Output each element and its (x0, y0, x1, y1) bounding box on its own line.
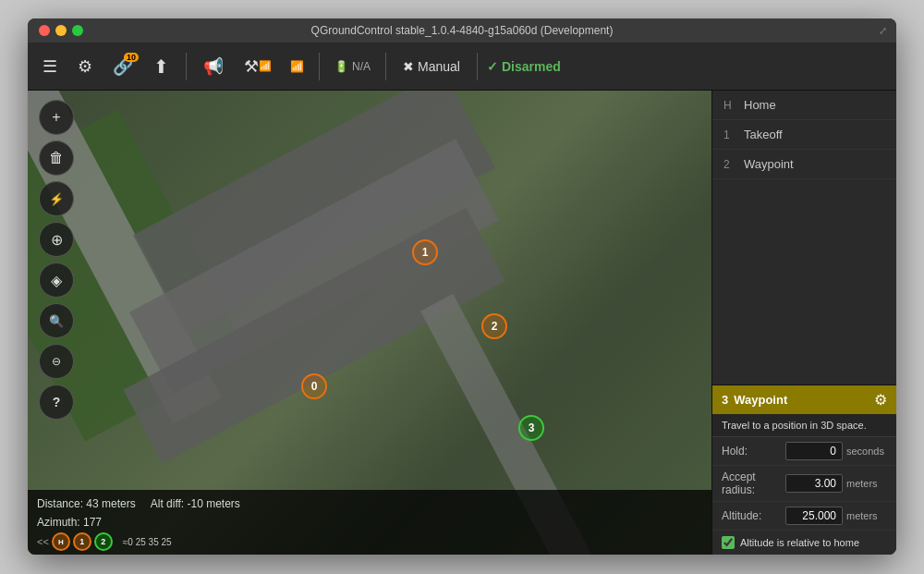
expand-icon[interactable]: ⤢ (879, 25, 887, 37)
waypoint-3[interactable]: 3 (518, 415, 544, 441)
center-button[interactable]: ⊕ (39, 222, 74, 257)
altitude-unit: meters (846, 510, 887, 521)
send-icon: ⬆ (153, 55, 169, 78)
nav-back-button[interactable]: << (37, 536, 49, 547)
tools-icon: ⚒ (244, 56, 259, 77)
zoom-in-2-button[interactable]: 🔍 (39, 303, 74, 338)
megaphone-button[interactable]: 📢 (196, 51, 231, 82)
right-panel: H Home 1 Takeoff 2 Waypoint 3 Waypoint (711, 91, 896, 555)
maximize-button[interactable] (72, 25, 83, 36)
mission-item-home[interactable]: H Home (712, 91, 896, 120)
mission-list: H Home 1 Takeoff 2 Waypoint (712, 91, 896, 385)
settings-button[interactable]: ⚙ (70, 51, 100, 82)
flight-mode[interactable]: ✖ Manual (395, 59, 468, 74)
waypoint-2[interactable]: 2 (481, 313, 507, 339)
altitude-relative-label: Altitude is relative to home (740, 537, 859, 548)
wp-title-row: 3 Waypoint (722, 393, 787, 407)
home-item-label: Home (744, 98, 776, 112)
signal-icon: 📶 (290, 60, 304, 73)
accept-radius-unit: meters (846, 478, 887, 489)
waypoint-2-label: 2 (492, 320, 498, 333)
divider-1 (186, 53, 187, 80)
waypoint-1[interactable]: 1 (412, 239, 438, 265)
item-1-num: 1 (723, 128, 736, 141)
altitude-relative-row: Altitude is relative to home (712, 531, 896, 555)
delete-button[interactable]: 🗑 (39, 140, 74, 176)
scale-bar: ≈0 25 35 25 (123, 537, 172, 547)
divider-4 (477, 53, 478, 80)
wp-gear-icon[interactable]: ⚙ (874, 391, 887, 409)
send-button[interactable]: ⬆ (146, 50, 176, 83)
accept-radius-field: Accept radius: meters (712, 466, 896, 502)
toolbar: ☰ ⚙ 🔗 10 ⬆ 📢 ⚒ 📶 📶 🔋 N/A ✖ M (28, 43, 896, 91)
megaphone-icon: 📢 (203, 56, 224, 77)
map-area[interactable]: 0 1 2 3 + 🗑 ⚡ ⊕ ◈ 🔍 ⊖ ? (28, 91, 711, 555)
armed-check-icon: ✓ (487, 59, 498, 74)
arm-status[interactable]: ✓ Disarmed (487, 59, 561, 74)
layers-button[interactable]: ◈ (39, 263, 74, 298)
link-badge: 10 (124, 53, 139, 62)
mission-item-2[interactable]: 2 Waypoint (712, 150, 896, 179)
signal-status: 📶 (285, 60, 310, 73)
altitude-field: Altitude: meters (712, 502, 896, 531)
wp-description: Travel to a position in 3D space. (712, 414, 896, 437)
item-2-num: 2 (723, 158, 736, 171)
drone-icon: ✖ (403, 59, 414, 74)
distance-status: Distance: 43 meters (37, 495, 136, 512)
mission-item-1[interactable]: 1 Takeoff (712, 120, 896, 150)
wp-detail-panel: 3 Waypoint ⚙ Travel to a position in 3D … (712, 385, 896, 555)
mini-wp-2: 2 (94, 532, 113, 551)
waypoint-1-label: 1 (422, 246, 429, 259)
map-controls: + 🗑 ⚡ ⊕ ◈ 🔍 ⊖ ? (39, 100, 74, 420)
mini-wp-home: H (52, 532, 70, 551)
wp-selected-num: 3 (722, 393, 728, 407)
app-window: QGroundControl stable_1.0.4-4840-g15a060… (28, 18, 896, 555)
hold-input[interactable] (785, 442, 843, 460)
alt-diff-status: Alt diff: -10 meters (151, 495, 240, 512)
accept-radius-input[interactable] (785, 474, 843, 493)
mode-label: Manual (418, 59, 460, 74)
gear-icon: ⚙ (78, 56, 92, 77)
item-2-label: Waypoint (744, 157, 794, 171)
waypoint-add-button[interactable]: ⚡ (39, 181, 74, 216)
battery-icon: 🔋 (334, 60, 348, 73)
tools-button[interactable]: ⚒ 📶 (237, 51, 279, 82)
home-item-num: H (723, 99, 736, 112)
mini-wp-1: 1 (73, 532, 91, 551)
hold-unit: seconds (846, 446, 887, 457)
waypoint-3-label: 3 (529, 421, 535, 434)
battery-status: 🔋 N/A (329, 60, 376, 73)
wp-selected-name: Waypoint (734, 393, 787, 407)
nav-row: << H 1 2 ≈0 25 35 25 (37, 532, 702, 551)
zoom-out-button[interactable]: ⊖ (39, 344, 74, 379)
main-content: 0 1 2 3 + 🗑 ⚡ ⊕ ◈ 🔍 ⊖ ? (28, 91, 896, 555)
waypoint-0[interactable]: 0 (301, 373, 327, 399)
hold-field: Hold: seconds (712, 437, 896, 466)
azimuth-status: Azimuth: 177 (37, 514, 702, 531)
altitude-relative-checkbox[interactable] (722, 536, 735, 549)
altitude-label: Altitude: (722, 509, 785, 522)
zoom-in-button[interactable]: + (39, 100, 74, 135)
status-bar: Distance: 43 meters Alt diff: -10 meters… (28, 490, 711, 555)
item-1-label: Takeoff (744, 128, 783, 141)
close-button[interactable] (39, 25, 50, 36)
waypoint-0-label: 0 (311, 380, 318, 393)
divider-2 (319, 53, 320, 80)
wp-panel-header: 3 Waypoint ⚙ (712, 385, 896, 414)
altitude-input[interactable] (785, 507, 843, 525)
accept-radius-label: Accept radius: (722, 470, 785, 496)
disarmed-label: Disarmed (502, 59, 561, 74)
menu-button[interactable]: ☰ (35, 51, 65, 82)
menu-icon: ☰ (43, 56, 57, 77)
window-title: QGroundControl stable_1.0.4-4840-g15a060… (311, 24, 614, 37)
help-button[interactable]: ? (39, 385, 74, 420)
traffic-lights (39, 25, 83, 36)
divider-3 (385, 53, 386, 80)
title-bar: QGroundControl stable_1.0.4-4840-g15a060… (28, 18, 896, 43)
minimize-button[interactable] (55, 25, 67, 36)
battery-value: N/A (352, 60, 371, 73)
link-button[interactable]: 🔗 10 (105, 51, 140, 82)
hold-label: Hold: (722, 445, 785, 458)
